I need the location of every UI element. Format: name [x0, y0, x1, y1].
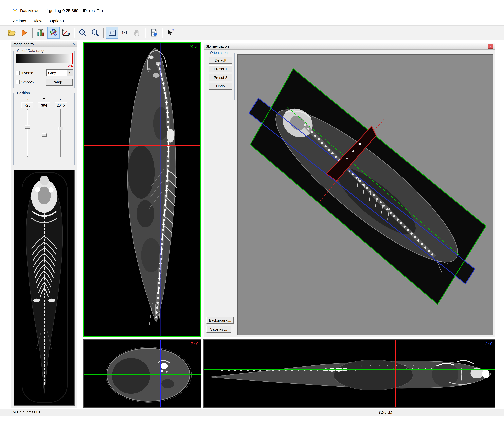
image-control-title: Image control — [13, 42, 34, 46]
xy-slice-view[interactable]: X-Y — [83, 340, 201, 408]
toolbar-separator — [32, 28, 33, 38]
3d-viewing-button[interactable] — [47, 27, 60, 39]
range-max-marker[interactable] — [72, 53, 73, 64]
xz-slice-view[interactable]: X-Z — [83, 42, 201, 337]
toolbar-separator — [145, 28, 146, 38]
dataviewer-window: DataViewer - zf-guding-0.25-360__IR_rec_… — [0, 0, 504, 433]
hand-icon — [133, 28, 141, 37]
inverse-label: Inverse — [21, 71, 33, 75]
axes-3d-icon: 3D — [61, 28, 70, 37]
toolbar-separator — [162, 28, 163, 38]
position-y-slider[interactable] — [36, 109, 53, 157]
open-dataset-button[interactable] — [5, 27, 18, 39]
color-gradient[interactable] — [16, 54, 73, 63]
palette-dropdown[interactable]: Grey ▼ — [46, 69, 73, 76]
slider-handle[interactable] — [42, 133, 46, 137]
xy-scan-image — [83, 340, 201, 407]
app-logo-icon — [12, 8, 18, 13]
title-bar: DataViewer - zf-guding-0.25-360__IR_rec_… — [0, 0, 504, 17]
range-max-label: 255 — [68, 64, 73, 68]
slider-handle[interactable] — [25, 125, 30, 129]
play-actions-button[interactable] — [18, 27, 30, 39]
preset1-button[interactable]: Preset 1 — [208, 65, 232, 72]
axis-x-label: X — [19, 97, 36, 101]
one-to-one-icon: 1:1 — [121, 30, 128, 35]
image-info-button[interactable]: i — [148, 27, 160, 39]
play-icon — [20, 28, 28, 37]
svg-text:?: ? — [171, 28, 175, 34]
svg-text:i: i — [155, 33, 155, 36]
image-control-panel: Image control × Color/ Data range 0 255 … — [11, 41, 77, 408]
chevron-down-icon[interactable]: ▼ — [67, 70, 72, 76]
toolbar-separator — [74, 28, 75, 38]
load-volume-button[interactable] — [35, 27, 47, 39]
xz-view-label: X-Z — [190, 44, 198, 49]
grayscale-gradient-bar — [16, 54, 73, 63]
status-help-text: For Help, press F1 — [11, 410, 40, 414]
3d-navigation-title: 3D navigation — [206, 44, 229, 48]
zy-slice-view[interactable]: Z-Y — [203, 340, 495, 408]
3d-viewport[interactable] — [237, 55, 493, 335]
position-legend: Position — [16, 91, 31, 95]
smooth-label: Smooth — [21, 80, 34, 84]
xz-scan-image — [84, 43, 200, 336]
preset2-button[interactable]: Preset 2 — [208, 74, 232, 81]
zoom-out-button[interactable] — [89, 27, 101, 39]
image-control-header[interactable]: Image control × — [11, 41, 77, 47]
toolbar-separator — [103, 28, 104, 38]
status-bar: For Help, press F1 3D(disk) — [0, 409, 504, 416]
zoom-in-button[interactable] — [77, 27, 89, 39]
zy-scan-image — [204, 340, 495, 407]
range-button[interactable]: Range... — [45, 79, 73, 86]
position-y-value[interactable]: 394 — [38, 102, 50, 108]
smooth-checkbox[interactable] — [16, 80, 20, 84]
3d-navigation-titlebar[interactable]: 3D navigation x — [204, 43, 495, 50]
position-z-slider[interactable] — [52, 109, 69, 157]
default-button[interactable]: Default — [208, 57, 232, 64]
3d-navigation-window: 3D navigation x Orientation Default Pres… — [204, 43, 495, 337]
save-as-button[interactable]: Save as ... — [206, 326, 231, 333]
color-data-range-group: Color/ Data range 0 255 Inverse Grey ▼ — [13, 51, 75, 88]
folder-open-icon — [7, 28, 16, 37]
color-range-legend: Color/ Data range — [16, 49, 47, 53]
xy-view-label: X-Y — [190, 341, 198, 346]
undo-button[interactable]: Undo — [208, 83, 232, 90]
3d-scene-image — [238, 55, 493, 335]
window-title: DataViewer - zf-guding-0.25-360__IR_rec_… — [20, 8, 103, 13]
svg-text:3D: 3D — [67, 33, 70, 36]
range-min-marker[interactable] — [16, 53, 16, 64]
zoom-out-icon — [91, 28, 100, 37]
context-help-button[interactable]: ? — [165, 27, 177, 39]
orientation-legend: Orientation — [208, 51, 229, 55]
close-icon[interactable]: x — [488, 44, 494, 49]
info-page-icon: i — [149, 28, 158, 37]
zoom-in-icon — [78, 28, 87, 37]
slider-track — [44, 109, 45, 157]
range-min-label: 0 — [16, 64, 17, 68]
menu-actions[interactable]: Actions — [9, 17, 30, 25]
fit-to-window-button[interactable] — [106, 27, 118, 39]
position-x-value[interactable]: 725 — [21, 102, 33, 108]
position-group: Position X 725 Y 394 Z 2045 — [13, 93, 75, 166]
dataset-preview[interactable] — [14, 170, 75, 406]
pan-button — [131, 27, 143, 39]
position-x-slider[interactable] — [19, 109, 36, 157]
axis-y-label: Y — [36, 97, 53, 101]
menu-view[interactable]: View — [30, 17, 46, 25]
range-labels: 0 255 — [16, 64, 73, 68]
close-icon[interactable]: × — [72, 42, 76, 46]
palette-value: Grey — [47, 71, 67, 75]
orthoslices-icon — [49, 28, 58, 37]
background-button[interactable]: Background... — [206, 317, 234, 324]
status-extra-cell — [438, 410, 495, 415]
menu-options[interactable]: Options — [46, 17, 68, 25]
menu-bar: Actions View Options — [9, 17, 68, 25]
orientation-group: Orientation Default Preset 1 Preset 2 Un… — [206, 53, 235, 100]
slider-handle[interactable] — [58, 127, 63, 130]
position-z-value[interactable]: 2045 — [55, 102, 67, 108]
help-cursor-icon: ? — [166, 28, 175, 37]
actual-size-button[interactable]: 1:1 — [118, 27, 131, 39]
3d-axes-button[interactable]: 3D — [60, 27, 72, 39]
inverse-checkbox[interactable] — [16, 71, 20, 75]
preview-scan-image — [14, 170, 74, 405]
